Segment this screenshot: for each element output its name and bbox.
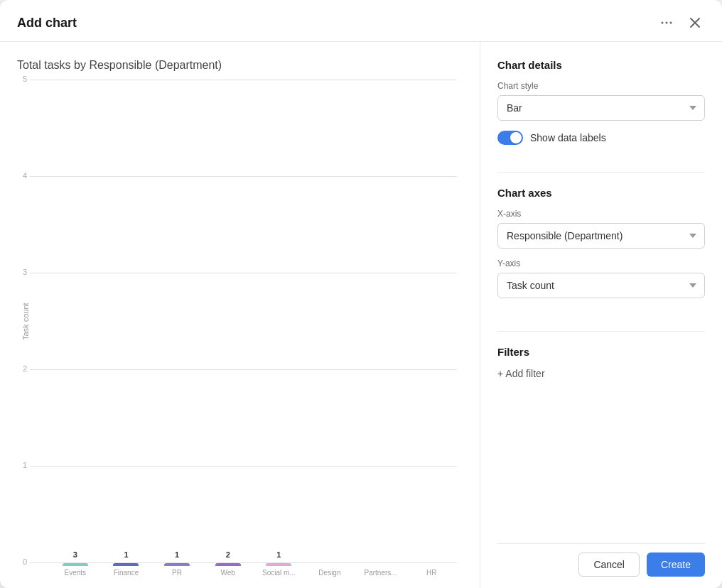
modal-header: Add chart xyxy=(0,0,722,42)
bars-row: 31121 xyxy=(50,83,457,566)
add-chart-modal: Add chart Total tasks by Responsible (De… xyxy=(0,0,722,588)
chart-plot: 54321031121 EventsFinancePRWebSocial m..… xyxy=(30,83,457,577)
cancel-button[interactable]: Cancel xyxy=(578,552,640,577)
sidebar: Chart details Chart style Bar Line Pie S… xyxy=(480,42,722,588)
x-axis-wrapper: Responsible (Department) xyxy=(497,223,705,249)
gridline-label: 5 xyxy=(10,75,27,83)
svg-point-1 xyxy=(666,22,668,24)
bar-value-label: 1 xyxy=(276,550,281,559)
modal-body: Total tasks by Responsible (Department) … xyxy=(0,42,722,588)
x-axis-label: PR xyxy=(151,569,203,577)
sidebar-footer: Cancel Create xyxy=(497,543,705,577)
svg-point-0 xyxy=(662,22,664,24)
bar: 1 xyxy=(113,563,139,566)
more-options-button[interactable] xyxy=(657,13,677,33)
filters-section: Filters + Add filter xyxy=(497,346,705,379)
x-axis-label: Finance xyxy=(101,569,152,577)
x-axis-label: Partners... xyxy=(355,569,406,577)
bar: 1 xyxy=(164,563,190,566)
bar-value-label: 1 xyxy=(175,550,179,559)
x-axis-label: Social m... xyxy=(254,569,305,577)
chart-area: Total tasks by Responsible (Department) … xyxy=(0,42,480,588)
show-data-labels-toggle[interactable] xyxy=(497,131,523,145)
x-axis-label: Web xyxy=(203,569,254,577)
x-axis-field-label: X-axis xyxy=(497,209,705,219)
chart-inner: Task count 54321031121 EventsFinancePRWe… xyxy=(17,83,457,577)
x-axis-label: Events xyxy=(50,569,101,577)
close-icon xyxy=(688,16,702,30)
gridline-label: 0 xyxy=(10,557,27,566)
x-axis-labels: EventsFinancePRWebSocial m...DesignPartn… xyxy=(30,569,457,577)
y-axis-field-label: Y-axis xyxy=(497,258,705,268)
gridlines-and-bars: 54321031121 xyxy=(30,83,457,566)
modal-title: Add chart xyxy=(17,16,77,31)
chart-style-label: Chart style xyxy=(497,81,705,91)
ellipsis-icon xyxy=(659,16,674,30)
add-filter-button[interactable]: + Add filter xyxy=(497,368,545,379)
chart-details-title: Chart details xyxy=(497,59,705,71)
bar: 1 xyxy=(266,563,291,566)
bar-group: 1 xyxy=(254,563,305,566)
filters-title: Filters xyxy=(497,346,705,358)
bar: 2 xyxy=(215,563,241,566)
chart-axes-title: Chart axes xyxy=(497,187,705,199)
divider-2 xyxy=(497,331,705,332)
y-axis-label: Task count xyxy=(17,83,30,560)
create-button[interactable]: Create xyxy=(647,552,705,577)
chart-details-section: Chart details Chart style Bar Line Pie S… xyxy=(497,59,705,149)
bar-group: 1 xyxy=(101,563,152,566)
y-axis-select[interactable]: Task count xyxy=(497,273,705,298)
gridline-label: 2 xyxy=(10,364,27,373)
svg-point-2 xyxy=(670,22,672,24)
chart-title: Total tasks by Responsible (Department) xyxy=(17,59,457,72)
x-axis-label: Design xyxy=(304,569,355,577)
bar: 3 xyxy=(63,563,88,566)
gridline-label: 1 xyxy=(10,461,27,469)
show-data-labels-row: Show data labels xyxy=(497,131,705,145)
bar-value-label: 1 xyxy=(124,550,128,559)
bar-group: 3 xyxy=(50,563,101,566)
chart-axes-section: Chart axes X-axis Responsible (Departmen… xyxy=(497,187,705,308)
gridline-label: 3 xyxy=(10,268,27,276)
header-actions xyxy=(657,13,705,33)
gridline-label: 4 xyxy=(10,171,27,180)
x-axis-select[interactable]: Responsible (Department) xyxy=(497,223,705,249)
chart-style-select[interactable]: Bar Line Pie xyxy=(497,95,705,121)
bar-group: 2 xyxy=(203,563,254,566)
chart-style-wrapper: Bar Line Pie xyxy=(497,95,705,121)
bar-value-label: 2 xyxy=(226,550,230,559)
bar-value-label: 3 xyxy=(73,550,77,559)
x-axis-label: HR xyxy=(406,569,457,577)
divider-1 xyxy=(497,172,705,173)
show-data-labels-label: Show data labels xyxy=(530,132,606,143)
bar-group: 1 xyxy=(151,563,203,566)
close-button[interactable] xyxy=(685,13,705,33)
chart-container: Task count 54321031121 EventsFinancePRWe… xyxy=(17,83,457,577)
y-axis-wrapper: Task count xyxy=(497,273,705,298)
